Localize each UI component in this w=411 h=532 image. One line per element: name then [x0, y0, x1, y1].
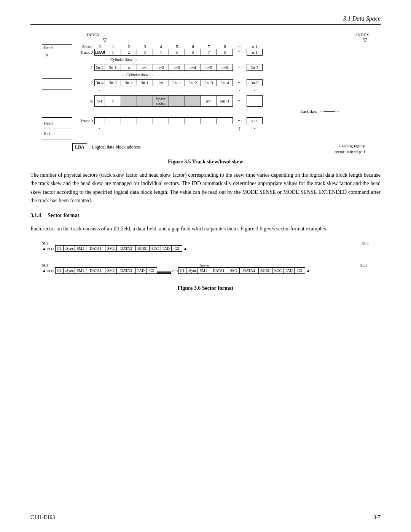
cell-sync-r2b: ↓Sync: [186, 267, 198, 274]
sct-left-label: SCT: [42, 241, 49, 245]
sector-format-row2: SCT Servo SCT ▲ PLO G1 ↓Sync SM1 DATA1 S…: [42, 263, 369, 274]
figure-35: INDEX INDEX ▽ ▽ Head P: [30, 32, 381, 155]
cell-x1: x-1: [94, 95, 105, 107]
head1-row: 1 2n-2 2n-1 n n+1 n+2 n+3 n+4 n+5 n+6 ··…: [72, 64, 369, 71]
up-arrow-right1: ▲: [183, 246, 188, 252]
head-m-row: m x-1 x Spare sector mn mn+1 ···: [72, 95, 369, 107]
cyl-skew-arrow2: ← Cylinder skew →: [121, 73, 154, 77]
page: 3.1 Data Space INDEX INDEX ▽ ▽ Head: [0, 0, 411, 532]
cell-1: 1: [105, 49, 121, 56]
cell-data1-r2b: DATA1: [209, 267, 228, 274]
cell-2n3-h2: 2n+3: [201, 79, 217, 86]
head-p1-grid: Track 0 ··· x+1: [72, 117, 369, 133]
head-p-label-box: Head P: [42, 44, 72, 111]
index-top-row: INDEX INDEX: [42, 32, 369, 37]
up-arrow-left2: ▲: [42, 268, 46, 274]
lba-box: LBA: [72, 143, 87, 151]
section-314-heading: 3.1.4 Sector format: [30, 212, 381, 219]
sct-right-label: SCT: [362, 241, 369, 245]
up-arrow-left1: ▲: [42, 246, 46, 252]
main-grid: Sector 0 1 2 3 4 5 6 7 8 ··· n-1: [72, 44, 369, 116]
coln1: n-1: [247, 44, 263, 49]
col4: 4: [153, 44, 169, 49]
cell-servo-r2: [157, 272, 171, 274]
col2: 2: [121, 44, 137, 49]
cell-data1-r1: DATA1: [86, 245, 105, 252]
headp1-cell0: [94, 117, 105, 124]
cell-pad-r2a: PAD: [136, 267, 147, 274]
cell-mn: mn: [201, 95, 217, 107]
col1: 1: [105, 44, 121, 49]
headp1-cell1: [105, 117, 121, 124]
head-label: Head: [44, 45, 71, 50]
track2-label: 2: [72, 79, 94, 86]
col6: 6: [185, 44, 201, 49]
page-footer: C141-E163 3-7: [30, 512, 381, 521]
cell-data2-r1: DATA2: [117, 245, 136, 252]
page-header: 3.1 Data Space: [30, 15, 381, 25]
headp1-cell8: [217, 117, 233, 124]
cell-mn1: mn+1: [217, 95, 233, 107]
cell-dots-h2: ···: [233, 79, 247, 86]
head-empty-row3: [42, 100, 72, 111]
cell-3n5-h2: 3n-5: [247, 79, 263, 86]
cell-spare4: [169, 95, 185, 107]
col3: 3: [137, 44, 153, 49]
headp1-cell7: [201, 117, 217, 124]
headp1-cell5: [169, 117, 185, 124]
head-p1-area: Head P+1 Track 0: [42, 117, 369, 139]
col5: 5: [169, 44, 185, 49]
legend-row: LBA : Logical data block address Leading…: [42, 143, 369, 155]
track-skew-row: Track skew ← →: [94, 107, 369, 116]
index-label-right: INDEX: [356, 32, 369, 37]
cell-ecc-r2b: ECC: [272, 267, 284, 274]
lba-legend: LBA : Logical data block address: [72, 143, 140, 151]
cell-sm1-r1: SM1: [75, 245, 86, 252]
cell-dots-hm: ···: [233, 95, 247, 107]
head-empty-row: [42, 79, 72, 89]
cell-5: 5: [169, 49, 185, 56]
cell-bcrc-r2b: BCRC: [259, 267, 272, 274]
fig35-container: INDEX INDEX ▽ ▽ Head P: [42, 32, 369, 155]
cell-lba0: LBA0: [94, 49, 105, 56]
head-p1-label-box: Head P+1: [42, 117, 72, 139]
headp1-dots: ···: [233, 117, 247, 124]
cell-dots-h1: ···: [233, 64, 247, 71]
track-diagram-area: Head P Sector 0 1: [42, 44, 369, 116]
sct2-right-label: SCT: [360, 263, 367, 267]
arrow-plo-row1: ▲ PLO G1 ↓Sync SM1 DATA1 SM2 DATA2 BCRC …: [42, 245, 369, 252]
cell-empty-hm: [247, 95, 263, 107]
sct2-left-label: SCT: [42, 263, 49, 267]
cell-6: 6: [185, 49, 201, 56]
dots-row: · · ·: [94, 86, 369, 95]
sct-labels-row1: SCT SCT: [42, 241, 369, 245]
head-p1-row2: P+1: [42, 128, 72, 139]
cell-8: 8: [217, 49, 233, 56]
cell-n3-h1: n+3: [169, 64, 185, 71]
cell-n6-h1: n+6: [217, 64, 233, 71]
cell-pad-r2b: PAD: [284, 267, 295, 274]
cell-2: 2: [121, 49, 137, 56]
leading-sector-note: Leading logicalsector in head p+1: [335, 143, 365, 155]
cell-2n1: 2n-1: [105, 64, 121, 71]
cell-3n1: 3n-1: [137, 79, 153, 86]
cell-data4-r2b: DATA4: [240, 267, 259, 274]
cell-n1-h1: n+1: [137, 64, 153, 71]
cell-spare1: [121, 95, 137, 107]
track0-row: Track 0 LBA0 1 2 3 4 5 6 7 8 ··· n-1: [72, 49, 369, 56]
coldots: ···: [233, 44, 247, 49]
cell-bcrc-r1: BCRC: [136, 245, 150, 252]
track0-label: Track 0: [72, 49, 94, 56]
cell-n5-h1: n+5: [201, 64, 217, 71]
cell-g3-r2b: G3: [295, 267, 305, 274]
cell-sm1-r2a: SM1: [75, 267, 86, 274]
figure35-caption-text: Figure 3.5 Track skew/head skew: [168, 159, 243, 165]
cell-7: 7: [201, 49, 217, 56]
cell-data3-r2a: DATA3: [117, 267, 136, 274]
cell-sync-r1: ↓Sync: [64, 245, 75, 252]
cell-spare2: [137, 95, 153, 107]
cell-sync-r2a: ↓Sync: [64, 267, 75, 274]
cell-3n2: 3n-2: [121, 79, 137, 86]
figure35-caption: Figure 3.5 Track skew/head skew: [30, 159, 381, 165]
cell-n1-t0: n-1: [247, 49, 263, 56]
